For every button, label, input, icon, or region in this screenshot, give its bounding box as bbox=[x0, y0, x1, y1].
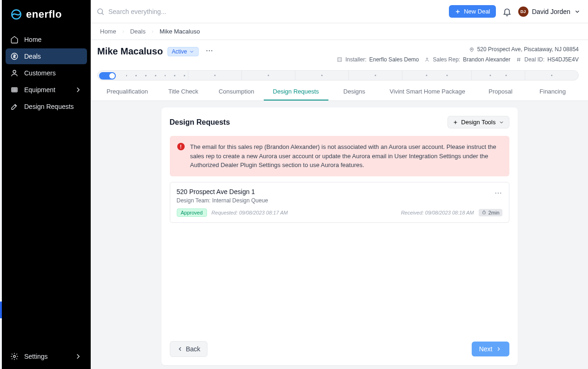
dots-horizontal-icon bbox=[494, 189, 502, 197]
hash-icon bbox=[516, 57, 521, 62]
design-requests-panel: Design Requests Design Tools ! The email… bbox=[161, 107, 518, 365]
stopwatch-icon bbox=[481, 210, 487, 215]
sidebar-item-label: Equipment bbox=[24, 86, 55, 94]
status-label: Active bbox=[172, 48, 187, 55]
svg-point-13 bbox=[497, 192, 498, 193]
next-button[interactable]: Next bbox=[472, 342, 509, 356]
sidebar-nav: Home Deals Customers Equipment Design Re… bbox=[2, 29, 91, 345]
gear-icon bbox=[10, 352, 19, 361]
back-label: Back bbox=[186, 345, 200, 353]
progress-segment bbox=[188, 71, 242, 80]
breadcrumb-current: Mike Macaluso bbox=[160, 28, 200, 35]
svg-point-14 bbox=[500, 192, 501, 193]
breadcrumb-deals[interactable]: Deals bbox=[130, 28, 146, 35]
home-icon bbox=[10, 35, 19, 44]
received-meta: Received: 09/08/2023 08:18 AM bbox=[401, 210, 474, 215]
svg-point-12 bbox=[495, 192, 496, 193]
svg-point-7 bbox=[209, 50, 210, 51]
chevron-down-icon bbox=[574, 8, 581, 15]
sidebar-item-deals[interactable]: Deals bbox=[6, 48, 87, 64]
request-title: 520 Prospect Ave Design 1 bbox=[177, 188, 502, 195]
chevron-left-icon bbox=[177, 346, 183, 352]
tab-vivint[interactable]: Vivint Smart Home Package bbox=[381, 84, 474, 101]
dots-horizontal-icon bbox=[205, 47, 214, 55]
salesrep-value: Brandon Alexander bbox=[463, 55, 510, 65]
building-icon bbox=[337, 57, 342, 62]
svg-point-11 bbox=[427, 58, 428, 60]
sidebar-item-settings[interactable]: Settings bbox=[6, 349, 87, 364]
alert-text: The email for this sales rep (Brandon Al… bbox=[190, 142, 502, 170]
pin-icon bbox=[469, 47, 474, 53]
installer-value: Enerflo Sales Demo bbox=[369, 55, 419, 65]
brand-name: enerflo bbox=[26, 8, 62, 20]
new-deal-label: New Deal bbox=[464, 8, 490, 15]
search-wrap bbox=[96, 7, 443, 16]
equipment-icon bbox=[10, 86, 19, 94]
dealid-label: Deal ID: bbox=[524, 55, 544, 65]
sidebar-item-label: Customers bbox=[24, 69, 56, 77]
svg-point-6 bbox=[206, 50, 207, 51]
page-title: Mike Macaluso bbox=[97, 46, 163, 57]
tab-design-requests[interactable]: Design Requests bbox=[264, 84, 328, 101]
alert-icon: ! bbox=[177, 143, 185, 150]
svg-point-8 bbox=[211, 50, 212, 51]
request-more-button[interactable] bbox=[492, 187, 504, 201]
avatar-initials: DJ bbox=[521, 9, 526, 14]
duration-text: 2min bbox=[488, 210, 500, 215]
progress-segment bbox=[402, 71, 472, 80]
dealid-value: HS4DJ5E4V bbox=[548, 55, 579, 65]
new-deal-button[interactable]: New Deal bbox=[449, 5, 495, 18]
sidebar-item-equipment[interactable]: Equipment bbox=[6, 82, 87, 98]
tab-financing[interactable]: Financing bbox=[527, 84, 579, 101]
bell-icon bbox=[502, 7, 512, 16]
requested-meta: Requested: 09/08/2023 08:17 AM bbox=[212, 210, 288, 215]
back-button[interactable]: Back bbox=[170, 341, 207, 357]
tab-prequalification[interactable]: Prequalification bbox=[97, 84, 157, 101]
avatar: DJ bbox=[518, 7, 528, 17]
user-name: David Jorden bbox=[532, 8, 571, 15]
content-wrap: Design Requests Design Tools ! The email… bbox=[91, 101, 588, 369]
tab-title-check[interactable]: Title Check bbox=[157, 84, 209, 101]
sidebar-item-label: Design Requests bbox=[24, 103, 74, 110]
chevron-right-icon bbox=[150, 29, 155, 34]
header-more-button[interactable] bbox=[203, 45, 215, 58]
sidebar-item-label: Settings bbox=[24, 353, 48, 360]
progress-segment bbox=[295, 71, 349, 80]
main: New Deal DJ David Jorden Home Deals Mike… bbox=[91, 0, 588, 369]
progress-segment bbox=[349, 71, 402, 80]
request-team: Design Team: Internal Design Queue bbox=[177, 197, 502, 204]
progress-strip bbox=[97, 70, 579, 81]
topbar: New Deal DJ David Jorden bbox=[91, 0, 588, 23]
tab-consumption[interactable]: Consumption bbox=[209, 84, 264, 101]
chevron-down-icon bbox=[499, 120, 504, 125]
sidebar-item-label: Home bbox=[24, 36, 41, 43]
svg-point-2 bbox=[13, 70, 16, 73]
progress-segment bbox=[242, 71, 295, 80]
user-menu[interactable]: DJ David Jorden bbox=[518, 7, 581, 17]
salesrep-label: Sales Rep: bbox=[433, 55, 460, 65]
design-tools-button[interactable]: Design Tools bbox=[448, 116, 509, 128]
sidebar-item-home[interactable]: Home bbox=[6, 32, 87, 47]
tab-designs[interactable]: Designs bbox=[328, 84, 381, 101]
sidebar-item-design-requests[interactable]: Design Requests bbox=[6, 99, 87, 114]
chevron-right-icon bbox=[74, 352, 82, 361]
plus-icon bbox=[453, 120, 458, 125]
status-dropdown[interactable]: Active bbox=[167, 47, 199, 56]
status-badge: Approved bbox=[177, 208, 207, 217]
brand-logo[interactable]: enerflo bbox=[2, 0, 91, 29]
svg-point-9 bbox=[471, 49, 472, 50]
design-request-row[interactable]: 520 Prospect Ave Design 1 Design Team: I… bbox=[170, 182, 509, 223]
svg-point-5 bbox=[98, 9, 103, 14]
sidebar-item-customers[interactable]: Customers bbox=[6, 65, 87, 81]
duration-chip: 2min bbox=[479, 209, 502, 216]
sidebar: enerflo Home Deals Customers Equipment D… bbox=[2, 0, 91, 369]
sidebar-item-label: Deals bbox=[24, 53, 41, 60]
tab-proposal[interactable]: Proposal bbox=[474, 84, 527, 101]
plus-icon bbox=[454, 8, 461, 15]
progress-segment bbox=[472, 71, 525, 80]
breadcrumb-home[interactable]: Home bbox=[100, 28, 116, 35]
search-input[interactable] bbox=[108, 8, 443, 15]
chevron-right-icon bbox=[74, 86, 82, 94]
notifications-button[interactable] bbox=[501, 6, 513, 17]
tabs: Prequalification Title Check Consumption… bbox=[97, 84, 579, 101]
